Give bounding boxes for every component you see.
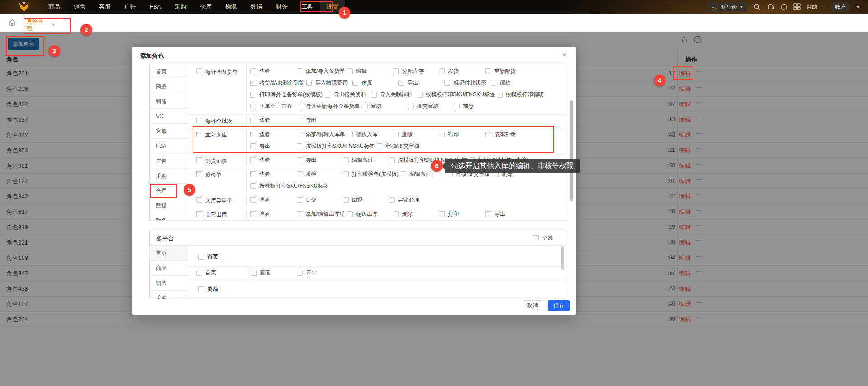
nav-item-数据[interactable]: 数据	[244, 0, 269, 14]
group-checkbox[interactable]	[196, 118, 202, 123]
module-tab-销售[interactable]: 销售	[150, 94, 188, 109]
perm-checkbox[interactable]	[343, 197, 349, 203]
multi-tab-商品[interactable]: 商品	[150, 261, 188, 276]
perm-checkbox[interactable]	[250, 157, 256, 163]
perm-checkbox[interactable]	[497, 92, 503, 98]
store-selector[interactable]: a 亚马逊	[707, 2, 747, 12]
perm-checkbox[interactable]	[352, 80, 358, 86]
module-tab-数据[interactable]: 数据	[150, 198, 188, 213]
perm-checkbox[interactable]	[389, 157, 395, 163]
group-checkbox[interactable]	[196, 157, 202, 163]
nav-item-财务[interactable]: 财务	[269, 0, 294, 14]
perm-checkbox[interactable]	[454, 104, 460, 109]
module-tab-商品[interactable]: 商品	[150, 79, 188, 94]
nav-item-客服[interactable]: 客服	[92, 0, 118, 14]
perm-checkbox[interactable]	[250, 92, 256, 98]
perm-checkbox[interactable]	[297, 171, 302, 177]
tab-close-icon[interactable]: ×	[52, 21, 55, 28]
perm-checkbox[interactable]	[389, 197, 395, 203]
perm-checkbox[interactable]	[444, 80, 450, 86]
perm-checkbox[interactable]	[371, 92, 377, 98]
module-tab-财务[interactable]: 财务	[150, 213, 188, 221]
perm-checkbox[interactable]	[250, 118, 256, 123]
tab-role-management[interactable]: 角色管理 ×	[22, 18, 60, 32]
brand-logo-icon[interactable]	[18, 2, 30, 12]
perm-checkbox[interactable]	[393, 132, 399, 137]
perm-checkbox[interactable]	[408, 104, 414, 109]
perm-checkbox[interactable]	[343, 171, 349, 177]
perm-checkbox[interactable]	[439, 211, 445, 217]
perm-checkbox[interactable]	[250, 211, 256, 217]
multi-tab-采购[interactable]: 采购	[150, 291, 188, 299]
perm-checkbox[interactable]	[306, 80, 312, 86]
perm-checkbox[interactable]	[297, 270, 303, 276]
perm-checkbox[interactable]	[297, 143, 302, 149]
perm-checkbox[interactable]	[491, 80, 496, 86]
save-button[interactable]: 保存	[548, 300, 570, 311]
perm-checkbox[interactable]	[297, 197, 302, 203]
perm-checkbox[interactable]	[297, 211, 302, 217]
select-all-checkbox[interactable]	[533, 235, 539, 241]
perm-checkbox[interactable]	[250, 183, 256, 189]
nav-item-工具[interactable]: 工具	[294, 0, 320, 14]
group-checkbox[interactable]	[196, 132, 202, 137]
notification-bell-icon[interactable]	[780, 3, 788, 11]
nav-item-商品[interactable]: 商品	[42, 0, 67, 14]
module-tab-VC[interactable]: VC	[150, 109, 188, 124]
perm-checkbox[interactable]	[297, 132, 302, 137]
home-section-checkbox[interactable]	[198, 254, 204, 260]
perm-checkbox[interactable]	[393, 211, 399, 217]
nav-item-销售[interactable]: 销售	[67, 0, 92, 14]
multi-tab-首页[interactable]: 首页	[150, 246, 188, 261]
nav-item-物流[interactable]: 物流	[218, 0, 244, 14]
perm-checkbox[interactable]	[398, 80, 404, 86]
account-button[interactable]: 账户	[830, 2, 850, 12]
module-tab-首页[interactable]: 首页	[150, 64, 188, 79]
modal-close-icon[interactable]: ×	[562, 51, 566, 59]
module-tab-仓库[interactable]: 仓库	[150, 184, 188, 198]
headset-icon[interactable]	[767, 3, 774, 11]
modal-scrollbar-thumb[interactable]	[570, 100, 573, 201]
nav-item-仓库[interactable]: 仓库	[193, 0, 218, 14]
home-row-checkbox[interactable]	[196, 270, 202, 276]
group-checkbox[interactable]	[196, 171, 202, 177]
perm-checkbox[interactable]	[393, 68, 399, 74]
perm-checkbox[interactable]	[250, 143, 256, 149]
multi-tab-销售[interactable]: 销售	[150, 276, 188, 291]
perm-checkbox[interactable]	[377, 143, 382, 149]
module-tab-采购[interactable]: 采购	[150, 169, 188, 184]
panel-scrollbar-thumb[interactable]	[561, 246, 564, 270]
help-link[interactable]: 帮助	[807, 3, 817, 11]
perm-checkbox[interactable]	[401, 171, 406, 177]
perm-checkbox[interactable]	[347, 132, 353, 137]
home-icon[interactable]	[8, 19, 16, 28]
perm-checkbox[interactable]	[362, 104, 368, 109]
module-tab-广告[interactable]: 广告	[150, 154, 188, 169]
group-checkbox[interactable]	[196, 197, 202, 203]
perm-checkbox[interactable]	[297, 104, 302, 109]
group-checkbox[interactable]	[196, 211, 202, 217]
perm-checkbox[interactable]	[417, 92, 423, 98]
perm-checkbox[interactable]	[251, 270, 257, 276]
module-tab-客服[interactable]: 客服	[150, 124, 188, 139]
perm-checkbox[interactable]	[343, 157, 349, 163]
perm-checkbox[interactable]	[485, 132, 491, 137]
apps-grid-icon[interactable]	[793, 3, 801, 10]
perm-checkbox[interactable]	[250, 80, 256, 86]
cancel-button[interactable]: 取消	[523, 300, 542, 311]
search-icon[interactable]	[753, 3, 761, 11]
perm-checkbox[interactable]	[297, 157, 302, 163]
nav-item-FBA[interactable]: FBA	[143, 0, 168, 14]
account-chevron-down-icon[interactable]	[856, 6, 860, 8]
perm-checkbox[interactable]	[297, 68, 302, 74]
perm-checkbox[interactable]	[485, 211, 491, 217]
module-tab-FBA[interactable]: FBA	[150, 139, 188, 154]
perm-checkbox[interactable]	[347, 211, 353, 217]
perm-checkbox[interactable]	[250, 171, 256, 177]
perm-checkbox[interactable]	[250, 132, 256, 137]
nav-item-广告[interactable]: 广告	[118, 0, 143, 14]
perm-checkbox[interactable]	[250, 197, 256, 203]
perm-checkbox[interactable]	[325, 92, 330, 98]
product-section-checkbox[interactable]	[198, 286, 204, 292]
perm-checkbox[interactable]	[250, 104, 256, 109]
